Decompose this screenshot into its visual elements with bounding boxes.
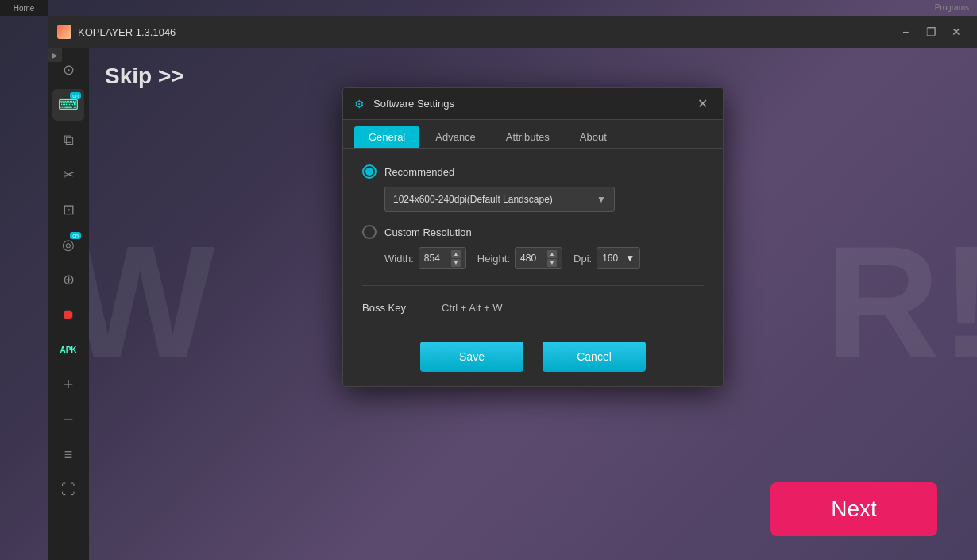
- home-label: Home: [14, 4, 35, 13]
- scissors-icon: ✂: [63, 166, 75, 183]
- dialog-title: Software Settings: [373, 98, 693, 110]
- sidebar-item-inbox[interactable]: ⊡: [52, 194, 84, 226]
- programs-label: Programs: [935, 0, 969, 16]
- dialog-body: Recommended 1024x600-240dpi(Default Land…: [343, 149, 723, 330]
- dialog-header: ⚙ Software Settings ✕: [343, 88, 723, 120]
- search-badge: on: [70, 232, 81, 239]
- fullscreen-icon: ⛶: [61, 481, 75, 498]
- recommended-dropdown-row: 1024x600-240dpi(Default Landscape) ▼: [384, 187, 704, 212]
- boss-key-row: Boss Key Ctrl + Alt + W: [362, 302, 704, 314]
- record-icon: ⏺: [61, 307, 75, 323]
- width-decrement[interactable]: ▼: [451, 259, 461, 267]
- custom-resolution-option: Custom Resolution: [362, 225, 704, 239]
- sidebar-item-menu[interactable]: ≡: [52, 438, 84, 470]
- height-label: Height:: [477, 253, 510, 265]
- window-controls: − ❐ ✕: [894, 21, 967, 43]
- save-button[interactable]: Save: [420, 342, 523, 372]
- next-button[interactable]: Next: [770, 482, 937, 536]
- height-value: 480: [520, 253, 536, 264]
- sidebar-item-search[interactable]: ◎ on: [52, 229, 84, 261]
- settings-icon: ⚙: [354, 98, 367, 110]
- copy-icon: ⧉: [64, 132, 74, 149]
- custom-resolution-label: Custom Resolution: [384, 226, 472, 238]
- height-field-group: Height: 480 ▲ ▼: [477, 247, 562, 269]
- dpi-field-group: Dpi: 160 ▼: [573, 247, 640, 269]
- width-value: 854: [424, 253, 440, 264]
- resolution-dropdown-value: 1024x600-240dpi(Default Landscape): [393, 194, 553, 205]
- sidebar-item-fullscreen[interactable]: ⛶: [52, 473, 84, 505]
- sidebar: ⊙ ⌨ on ⧉ ✂ ⊡ ◎ on ⊕ ⏺ APK + − ≡ ⛶: [48, 48, 89, 560]
- keyboard-badge: on: [70, 92, 81, 99]
- dpi-value: 160: [602, 253, 618, 264]
- sidebar-item-minus[interactable]: −: [52, 404, 84, 435]
- recommended-option: Recommended: [362, 164, 704, 179]
- dialog-tabs: General Advance Attributes About: [343, 120, 723, 149]
- sidebar-item-apk[interactable]: APK: [52, 334, 84, 365]
- sidebar-item-scissors[interactable]: ✂: [52, 159, 84, 191]
- sidebar-item-add[interactable]: +: [52, 369, 84, 400]
- app-icon: [57, 25, 71, 39]
- width-spin-buttons: ▲ ▼: [451, 250, 461, 267]
- width-increment[interactable]: ▲: [451, 250, 461, 258]
- dpi-dropdown[interactable]: 160 ▼: [597, 247, 640, 269]
- resolution-dropdown[interactable]: 1024x600-240dpi(Default Landscape) ▼: [384, 187, 615, 212]
- tab-advance[interactable]: Advance: [421, 126, 490, 148]
- top-menu: Home: [0, 0, 48, 16]
- restore-button[interactable]: ❐: [920, 21, 942, 43]
- custom-resolution-fields: Width: 854 ▲ ▼ Height: 480: [384, 247, 704, 269]
- dpi-dropdown-arrow-icon: ▼: [625, 253, 635, 264]
- recommended-label: Recommended: [384, 166, 454, 178]
- location-icon: ⊕: [63, 271, 75, 288]
- sidebar-item-copy[interactable]: ⧉: [52, 124, 84, 156]
- add-icon: +: [64, 374, 74, 395]
- width-field-group: Width: 854 ▲ ▼: [384, 247, 466, 269]
- main-content: Skip >> W R! ⚙ Software Settings ✕ Gener…: [89, 48, 977, 560]
- minus-icon: −: [64, 409, 74, 430]
- tab-about[interactable]: About: [566, 126, 621, 148]
- menu-icon: ≡: [64, 446, 73, 463]
- tab-general[interactable]: General: [354, 126, 419, 148]
- app-title: KOPLAYER 1.3.1046: [78, 26, 894, 38]
- chevron-right-icon: ▶: [52, 51, 58, 60]
- close-button[interactable]: ✕: [945, 21, 967, 43]
- section-divider: [362, 285, 704, 286]
- inbox-icon: ⊡: [63, 201, 75, 218]
- sidebar-item-location[interactable]: ⊕: [52, 264, 84, 295]
- title-bar: KOPLAYER 1.3.1046 − ❐ ✕: [48, 16, 977, 48]
- dialog-footer: Save Cancel: [343, 330, 723, 386]
- dpi-label: Dpi:: [573, 253, 592, 265]
- recommended-radio[interactable]: [362, 164, 377, 179]
- width-input[interactable]: 854 ▲ ▼: [419, 247, 466, 269]
- tab-attributes[interactable]: Attributes: [492, 126, 564, 148]
- height-decrement[interactable]: ▼: [547, 259, 557, 267]
- height-increment[interactable]: ▲: [547, 250, 557, 258]
- pacman-icon: ⊙: [63, 61, 75, 79]
- dropdown-arrow-icon: ▼: [597, 194, 606, 205]
- expand-sidebar-button[interactable]: ▶: [48, 48, 62, 62]
- custom-resolution-radio[interactable]: [362, 225, 377, 239]
- dialog-close-button[interactable]: ✕: [693, 95, 712, 114]
- minimize-button[interactable]: −: [894, 21, 917, 43]
- sidebar-item-keyboard[interactable]: ⌨ on: [52, 89, 84, 121]
- boss-key-label: Boss Key: [362, 302, 426, 314]
- width-label: Width:: [384, 253, 414, 265]
- height-spin-buttons: ▲ ▼: [547, 250, 557, 267]
- sidebar-item-record[interactable]: ⏺: [52, 299, 84, 330]
- boss-key-value: Ctrl + Alt + W: [442, 302, 503, 314]
- height-input[interactable]: 480 ▲ ▼: [515, 247, 562, 269]
- apk-icon: APK: [60, 346, 76, 354]
- cancel-button[interactable]: Cancel: [543, 342, 646, 372]
- settings-dialog: ⚙ Software Settings ✕ General Advance At…: [342, 87, 724, 387]
